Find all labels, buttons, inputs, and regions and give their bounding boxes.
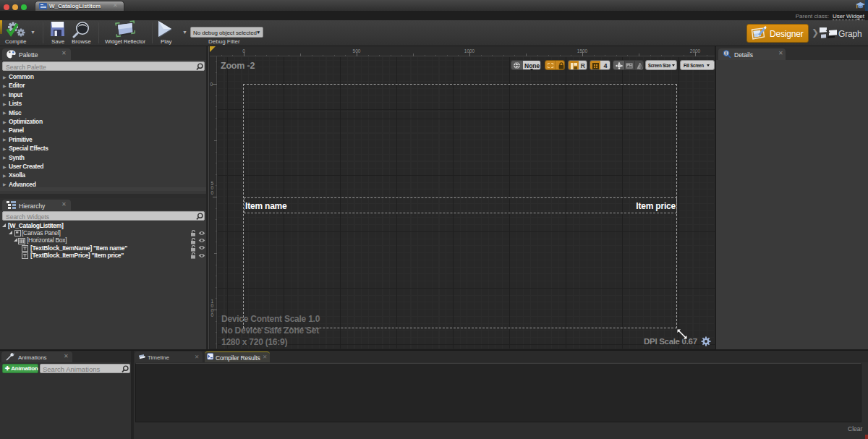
svg-text:i: i [726, 51, 727, 56]
